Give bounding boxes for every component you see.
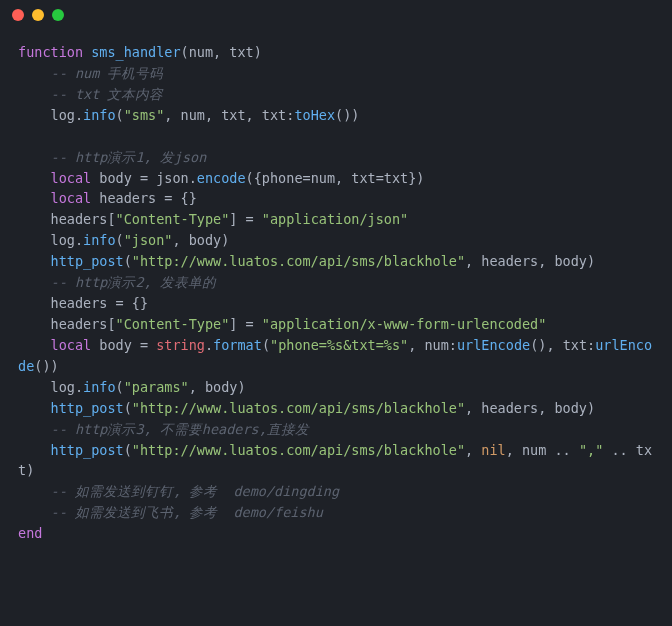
- string: "http://www.luatos.com/api/sms/blackhole…: [132, 253, 465, 269]
- method: format: [213, 337, 262, 353]
- comment: -- http演示1, 发json: [18, 149, 206, 165]
- string: "json": [124, 232, 173, 248]
- method: info: [83, 232, 116, 248]
- code-text: ,: [465, 442, 481, 458]
- string: "http://www.luatos.com/api/sms/blackhole…: [132, 442, 465, 458]
- string: "Content-Type": [116, 316, 230, 332]
- code-text: ()): [335, 107, 359, 123]
- indent: [18, 400, 51, 416]
- code-block: function sms_handler(num, txt) -- num 手机…: [0, 30, 672, 556]
- code-text: ] =: [229, 316, 262, 332]
- code-text: , body): [172, 232, 229, 248]
- function-call: http_post: [51, 400, 124, 416]
- code-text: (: [124, 253, 132, 269]
- code-text: (: [124, 442, 132, 458]
- function-name: sms_handler: [83, 44, 181, 60]
- indent: [18, 337, 51, 353]
- indent: [18, 253, 51, 269]
- comment: -- http演示2, 发表单的: [18, 274, 216, 290]
- string: "phone=%s&txt=%s": [270, 337, 408, 353]
- code-text: , body): [189, 379, 246, 395]
- comment: -- http演示3, 不需要headers,直接发: [18, 421, 309, 437]
- code-text: (: [116, 107, 124, 123]
- code-text: , headers, body): [465, 400, 595, 416]
- code-text: log.: [18, 379, 83, 395]
- code-text: log.: [18, 107, 83, 123]
- code-text: headers[: [18, 211, 116, 227]
- params: (num, txt): [181, 44, 262, 60]
- code-text: (: [116, 232, 124, 248]
- indent: [18, 442, 51, 458]
- keyword: function: [18, 44, 83, 60]
- code-text: ] =: [229, 211, 262, 227]
- code-text: (: [262, 337, 270, 353]
- comment: -- txt 文本内容: [18, 86, 163, 102]
- keyword: local: [51, 190, 92, 206]
- string: "params": [124, 379, 189, 395]
- string: "Content-Type": [116, 211, 230, 227]
- string: "application/json": [262, 211, 408, 227]
- code-text: body =: [91, 337, 156, 353]
- keyword: local: [51, 170, 92, 186]
- indent: [18, 190, 51, 206]
- function-call: http_post: [51, 253, 124, 269]
- method: encode: [197, 170, 246, 186]
- code-window: function sms_handler(num, txt) -- num 手机…: [0, 0, 672, 626]
- code-text: , headers, body): [465, 253, 595, 269]
- keyword: end: [18, 525, 42, 541]
- indent: [18, 170, 51, 186]
- module: string: [156, 337, 205, 353]
- method: info: [83, 107, 116, 123]
- close-icon[interactable]: [12, 9, 24, 21]
- code-text: headers = {}: [18, 295, 148, 311]
- code-text: , num:: [408, 337, 457, 353]
- nil-literal: nil: [481, 442, 505, 458]
- code-text: headers = {}: [91, 190, 197, 206]
- maximize-icon[interactable]: [52, 9, 64, 21]
- code-text: , num ..: [506, 442, 579, 458]
- string: "application/x-www-form-urlencoded": [262, 316, 546, 332]
- method: urlEncode: [457, 337, 530, 353]
- string: "sms": [124, 107, 165, 123]
- comment: -- num 手机号码: [18, 65, 163, 81]
- code-text: (: [116, 379, 124, 395]
- code-text: ({phone=num, txt=txt}): [246, 170, 425, 186]
- comment: -- 如需发送到飞书, 参考 demo/feishu: [18, 504, 323, 520]
- code-text: headers[: [18, 316, 116, 332]
- code-text: .: [205, 337, 213, 353]
- comment: -- 如需发送到钉钉, 参考 demo/dingding: [18, 483, 339, 499]
- string: "http://www.luatos.com/api/sms/blackhole…: [132, 400, 465, 416]
- code-text: (), txt:: [530, 337, 595, 353]
- minimize-icon[interactable]: [32, 9, 44, 21]
- code-text: body = json.: [91, 170, 197, 186]
- function-call: http_post: [51, 442, 124, 458]
- method: info: [83, 379, 116, 395]
- titlebar: [0, 0, 672, 30]
- keyword: local: [51, 337, 92, 353]
- method: toHex: [294, 107, 335, 123]
- code-text: ()): [34, 358, 58, 374]
- string: ",": [579, 442, 603, 458]
- code-text: (: [124, 400, 132, 416]
- code-text: , num, txt, txt:: [164, 107, 294, 123]
- code-text: log.: [18, 232, 83, 248]
